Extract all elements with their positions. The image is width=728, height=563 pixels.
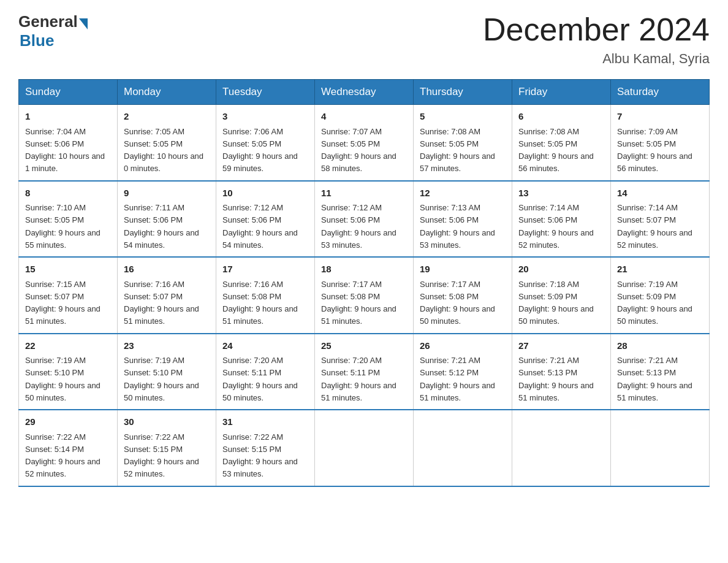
calendar-cell: 31Sunrise: 7:22 AMSunset: 5:15 PMDayligh…	[216, 410, 315, 486]
day-number: 5	[420, 110, 506, 124]
day-info: Sunrise: 7:19 AMSunset: 5:10 PMDaylight:…	[124, 356, 199, 402]
day-number: 23	[124, 339, 210, 353]
calendar-week-4: 22Sunrise: 7:19 AMSunset: 5:10 PMDayligh…	[19, 334, 710, 410]
day-info: Sunrise: 7:19 AMSunset: 5:10 PMDaylight:…	[25, 356, 100, 402]
day-info: Sunrise: 7:12 AMSunset: 5:06 PMDaylight:…	[321, 203, 396, 250]
calendar-week-1: 1Sunrise: 7:04 AMSunset: 5:06 PMDaylight…	[19, 105, 710, 181]
day-info: Sunrise: 7:21 AMSunset: 5:13 PMDaylight:…	[617, 356, 692, 402]
day-info: Sunrise: 7:09 AMSunset: 5:05 PMDaylight:…	[617, 127, 692, 174]
day-info: Sunrise: 7:15 AMSunset: 5:07 PMDaylight:…	[25, 280, 100, 326]
day-number: 10	[222, 186, 308, 201]
day-info: Sunrise: 7:14 AMSunset: 5:06 PMDaylight:…	[518, 203, 594, 250]
logo: General Blue	[18, 12, 88, 50]
calendar-cell: 27Sunrise: 7:21 AMSunset: 5:13 PMDayligh…	[512, 334, 611, 410]
logo-general-text: General	[18, 12, 78, 31]
calendar-cell: 2Sunrise: 7:05 AMSunset: 5:05 PMDaylight…	[118, 105, 216, 181]
calendar-cell: 22Sunrise: 7:19 AMSunset: 5:10 PMDayligh…	[19, 334, 118, 410]
calendar-cell	[611, 410, 710, 486]
day-info: Sunrise: 7:04 AMSunset: 5:06 PMDaylight:…	[25, 127, 105, 174]
day-number: 25	[321, 339, 407, 353]
calendar-cell: 8Sunrise: 7:10 AMSunset: 5:05 PMDaylight…	[19, 181, 118, 258]
page-header: General Blue December 2024 Albu Kamal, S…	[18, 12, 710, 67]
calendar-cell: 30Sunrise: 7:22 AMSunset: 5:15 PMDayligh…	[118, 410, 216, 486]
calendar-cell: 1Sunrise: 7:04 AMSunset: 5:06 PMDaylight…	[19, 105, 118, 181]
header-saturday: Saturday	[611, 80, 710, 105]
calendar-cell: 11Sunrise: 7:12 AMSunset: 5:06 PMDayligh…	[315, 181, 414, 258]
calendar-cell: 13Sunrise: 7:14 AMSunset: 5:06 PMDayligh…	[512, 181, 611, 258]
calendar-cell: 26Sunrise: 7:21 AMSunset: 5:12 PMDayligh…	[414, 334, 512, 410]
day-number: 2	[124, 110, 210, 124]
day-info: Sunrise: 7:16 AMSunset: 5:08 PMDaylight:…	[222, 280, 298, 326]
day-info: Sunrise: 7:17 AMSunset: 5:08 PMDaylight:…	[321, 280, 396, 326]
day-number: 16	[124, 262, 210, 277]
calendar-cell: 20Sunrise: 7:18 AMSunset: 5:09 PMDayligh…	[512, 257, 611, 334]
day-number: 20	[518, 262, 604, 277]
day-number: 4	[321, 110, 407, 124]
calendar-cell: 7Sunrise: 7:09 AMSunset: 5:05 PMDaylight…	[611, 105, 710, 181]
day-info: Sunrise: 7:20 AMSunset: 5:11 PMDaylight:…	[321, 356, 396, 402]
day-number: 13	[518, 186, 604, 201]
day-info: Sunrise: 7:22 AMSunset: 5:15 PMDaylight:…	[124, 432, 199, 479]
day-info: Sunrise: 7:16 AMSunset: 5:07 PMDaylight:…	[124, 280, 199, 326]
calendar-header: SundayMondayTuesdayWednesdayThursdayFrid…	[19, 80, 710, 105]
day-info: Sunrise: 7:20 AMSunset: 5:11 PMDaylight:…	[222, 356, 298, 402]
calendar-cell	[414, 410, 512, 486]
day-number: 27	[518, 339, 604, 353]
day-number: 8	[25, 186, 111, 201]
day-info: Sunrise: 7:10 AMSunset: 5:05 PMDaylight:…	[25, 203, 100, 250]
calendar-cell: 17Sunrise: 7:16 AMSunset: 5:08 PMDayligh…	[216, 257, 315, 334]
header-tuesday: Tuesday	[216, 80, 315, 105]
day-number: 15	[25, 262, 111, 277]
day-number: 30	[124, 415, 210, 429]
calendar-cell: 6Sunrise: 7:08 AMSunset: 5:05 PMDaylight…	[512, 105, 611, 181]
calendar-cell: 12Sunrise: 7:13 AMSunset: 5:06 PMDayligh…	[414, 181, 512, 258]
logo-blue-text: Blue	[20, 31, 54, 50]
day-number: 31	[222, 415, 308, 429]
calendar-week-5: 29Sunrise: 7:22 AMSunset: 5:14 PMDayligh…	[19, 410, 710, 486]
day-info: Sunrise: 7:18 AMSunset: 5:09 PMDaylight:…	[518, 280, 594, 326]
header-thursday: Thursday	[414, 80, 512, 105]
calendar-cell: 9Sunrise: 7:11 AMSunset: 5:06 PMDaylight…	[118, 181, 216, 258]
header-sunday: Sunday	[19, 80, 118, 105]
calendar-cell: 19Sunrise: 7:17 AMSunset: 5:08 PMDayligh…	[414, 257, 512, 334]
calendar-cell: 15Sunrise: 7:15 AMSunset: 5:07 PMDayligh…	[19, 257, 118, 334]
calendar-cell: 14Sunrise: 7:14 AMSunset: 5:07 PMDayligh…	[611, 181, 710, 258]
day-number: 11	[321, 186, 407, 201]
calendar-week-2: 8Sunrise: 7:10 AMSunset: 5:05 PMDaylight…	[19, 181, 710, 258]
calendar-cell: 25Sunrise: 7:20 AMSunset: 5:11 PMDayligh…	[315, 334, 414, 410]
calendar-cell: 29Sunrise: 7:22 AMSunset: 5:14 PMDayligh…	[19, 410, 118, 486]
day-number: 24	[222, 339, 308, 353]
day-info: Sunrise: 7:12 AMSunset: 5:06 PMDaylight:…	[222, 203, 298, 250]
calendar-cell	[315, 410, 414, 486]
calendar-cell: 28Sunrise: 7:21 AMSunset: 5:13 PMDayligh…	[611, 334, 710, 410]
header-monday: Monday	[118, 80, 216, 105]
day-info: Sunrise: 7:21 AMSunset: 5:12 PMDaylight:…	[420, 356, 495, 402]
day-number: 18	[321, 262, 407, 277]
day-number: 3	[222, 110, 308, 124]
calendar-cell: 23Sunrise: 7:19 AMSunset: 5:10 PMDayligh…	[118, 334, 216, 410]
calendar-subtitle: Albu Kamal, Syria	[483, 51, 710, 67]
day-number: 29	[25, 415, 111, 429]
calendar-cell: 24Sunrise: 7:20 AMSunset: 5:11 PMDayligh…	[216, 334, 315, 410]
day-info: Sunrise: 7:05 AMSunset: 5:05 PMDaylight:…	[124, 127, 203, 174]
calendar-cell: 18Sunrise: 7:17 AMSunset: 5:08 PMDayligh…	[315, 257, 414, 334]
day-number: 21	[617, 262, 703, 277]
day-number: 17	[222, 262, 308, 277]
calendar-cell: 4Sunrise: 7:07 AMSunset: 5:05 PMDaylight…	[315, 105, 414, 181]
calendar-table: SundayMondayTuesdayWednesdayThursdayFrid…	[18, 79, 710, 487]
calendar-week-3: 15Sunrise: 7:15 AMSunset: 5:07 PMDayligh…	[19, 257, 710, 334]
day-number: 6	[518, 110, 604, 124]
header-friday: Friday	[512, 80, 611, 105]
day-info: Sunrise: 7:07 AMSunset: 5:05 PMDaylight:…	[321, 127, 396, 174]
day-info: Sunrise: 7:21 AMSunset: 5:13 PMDaylight:…	[518, 356, 594, 402]
calendar-cell	[512, 410, 611, 486]
title-section: December 2024 Albu Kamal, Syria	[483, 12, 710, 67]
day-info: Sunrise: 7:17 AMSunset: 5:08 PMDaylight:…	[420, 280, 495, 326]
day-number: 1	[25, 110, 111, 124]
day-number: 26	[420, 339, 506, 353]
day-number: 28	[617, 339, 703, 353]
logo-arrow-icon	[79, 18, 88, 29]
header-wednesday: Wednesday	[315, 80, 414, 105]
day-number: 22	[25, 339, 111, 353]
day-number: 19	[420, 262, 506, 277]
